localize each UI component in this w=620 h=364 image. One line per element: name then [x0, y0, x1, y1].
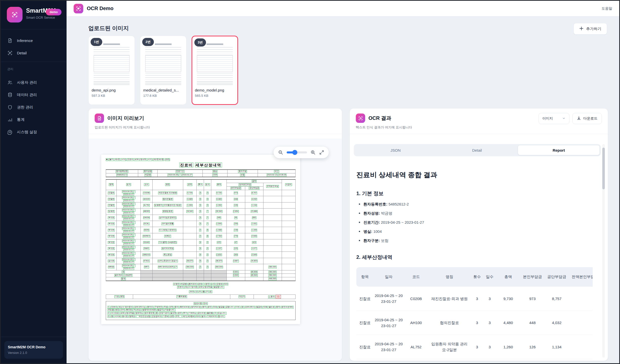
scrollbar-thumb[interactable]: [602, 148, 605, 189]
sidebar-item-권한-관리[interactable]: 권한 관리: [4, 101, 63, 113]
report-col-header: 공단부담금: [545, 267, 569, 287]
shield-icon: [7, 105, 13, 110]
download-button[interactable]: 다운로드: [572, 113, 602, 124]
report-col-header: 전액본인부담: [569, 267, 593, 287]
sidebar-item-label: Detail: [17, 51, 27, 55]
sidebar-menu-admin: 사용자 관리데이터 관리권한 관리통계시스템 설정: [1, 73, 67, 139]
report-section2-title: 2. 세부산정내역: [356, 254, 593, 261]
zoom-slider-knob[interactable]: [292, 150, 297, 155]
ocr-result-subtitle: 텍스트 인식 결과가 여기에 표시됩니다: [356, 125, 602, 130]
doc-patient-info-table: 환자등록번호환자성명진료기간병실환자구분비고54852612-2박금명2019-…: [106, 169, 296, 177]
uploaded-images-list: 1번demo_api.png597.3 KB2번medical_detailed…: [88, 36, 238, 105]
doc-detail-table: 항목일자코드명칭금액횟수일수총액급여비급여일부본인부담전액본인부담본인부담금공단…: [106, 179, 296, 281]
report-col-header: 횟수: [471, 267, 483, 287]
doc-form-note: ■ [별지 제1호 서식] 진료비 세부산정내역 서식 (제2호제1항 관련): [106, 158, 296, 161]
app-window: SmartM2M Smart OCR Service demo Inferenc…: [0, 0, 620, 364]
report-table-row: 입원료2019-04-25 ~ 2023-01-27AB300병원입원료3726…: [356, 359, 593, 361]
doc-title: 진료비 세부산정내역: [106, 163, 296, 168]
image-filesize: 597.3 KB: [92, 94, 132, 98]
sidebar-item-detail[interactable]: Detail: [4, 47, 63, 59]
image-number-badge: 2번: [142, 38, 154, 46]
version-card-version: Version 2.1.0: [8, 351, 59, 355]
image-filesize: 177.6 KB: [143, 94, 183, 98]
uploaded-image-card[interactable]: 1번demo_api.png597.3 KB: [88, 36, 135, 105]
document-icon: [7, 38, 13, 43]
tab-json[interactable]: JSON: [355, 145, 436, 155]
report-title: 진료비 상세내역 종합 결과: [356, 170, 593, 179]
tab-report[interactable]: Report: [518, 145, 600, 155]
basic-info-item: 병실: 1004: [358, 229, 593, 234]
basic-info-item: 환자구분: 보험: [358, 238, 593, 243]
sidebar-item-inference[interactable]: Inference: [4, 34, 63, 47]
smartm2m-logo-icon: [7, 7, 23, 22]
page-title: OCR Demo: [87, 6, 114, 11]
sidebar-menu-main: InferenceDetail: [1, 31, 67, 60]
doc-notice-box: 일반사항 안내1. 진료비 계산서·영수증의 세부내역서는 환자의 구체적인 처…: [106, 301, 296, 320]
top-bar: OCR Demo 도움말: [67, 1, 619, 16]
preview-title: 이미지 미리보기: [107, 115, 144, 122]
chart-icon: [7, 117, 13, 122]
result-tabs: JSONDetailReport: [354, 144, 601, 156]
doc-date-line: 2023 년 01 월 27 일: [106, 290, 296, 293]
image-filename: medical_detailed_s...: [143, 88, 183, 92]
zoom-in-icon[interactable]: [311, 150, 316, 155]
sidebar-item-사용자-관리[interactable]: 사용자 관리: [4, 76, 63, 89]
add-image-button[interactable]: 추가하기: [573, 23, 607, 35]
report-col-header: 명칭: [428, 267, 471, 287]
brand: SmartM2M Smart OCR Service demo: [1, 1, 67, 28]
tab-detail[interactable]: Detail: [436, 145, 518, 155]
sidebar-item-통계[interactable]: 통계: [4, 113, 63, 126]
basic-info-item: 진료기간: 2019-04-25 ~ 2023-01-27: [358, 220, 593, 225]
sidebar-item-label: 사용자 관리: [17, 80, 37, 85]
sidebar-item-label: 통계: [17, 117, 25, 122]
preview-icon: [95, 113, 104, 123]
ocr-panel-header: OCR 결과 텍스트 인식 결과가 여기에 표시됩니다 이미지 다운로드: [350, 108, 608, 134]
doc-stamp: (인): [276, 295, 281, 299]
help-link[interactable]: 도움말: [602, 6, 612, 11]
uploaded-image-card[interactable]: 3번demo_model.png565.5 KB: [192, 36, 238, 105]
uploads-heading: 업로드된 이미지: [88, 25, 129, 32]
sidebar-item-label: 데이터 관리: [17, 93, 37, 97]
ocr-result-title: OCR 결과: [368, 115, 391, 122]
report-col-header: 코드: [404, 267, 428, 287]
uploaded-image-card[interactable]: 2번medical_detailed_s...177.6 KB: [140, 36, 187, 105]
main-content: 업로드된 이미지 추가하기 1번demo_api.png597.3 KB2번me…: [67, 16, 619, 363]
brand-subtitle: Smart OCR Service: [26, 15, 56, 20]
report-content: 진료비 상세내역 종합 결과1. 기본 정보환자등록번호: 54852612-2…: [356, 156, 593, 361]
report-col-header: 일자: [374, 267, 404, 287]
chevron-down-icon: [562, 117, 566, 121]
image-filename: demo_api.png: [92, 88, 132, 92]
image-filename: demo_model.png: [195, 88, 235, 92]
gear-icon: [7, 129, 13, 135]
ocr-result-panel: OCR 결과 텍스트 인식 결과가 여기에 표시됩니다 이미지 다운로드 JSO…: [349, 108, 608, 361]
sidebar-item-시스템-설정[interactable]: 시스템 설정: [4, 126, 63, 138]
document-preview[interactable]: ■ [별지 제1호 서식] 진료비 세부산정내역 서식 (제2호제1항 관련)진…: [101, 155, 300, 324]
demo-badge: demo: [46, 9, 61, 15]
report-table-row: 진찰료2019-04-25 ~ 2023-01-27C020B재진진찰료-외과 …: [356, 287, 593, 311]
sidebar-item-데이터-관리[interactable]: 데이터 관리: [4, 89, 63, 101]
zoom-out-icon[interactable]: [278, 150, 283, 155]
image-filesize: 565.5 KB: [195, 94, 235, 98]
image-preview-panel: 이미지 미리보기 업로드된 이미지가 여기에 표시됩니다 ■ [별지 제1호 서…: [88, 108, 342, 361]
report-col-header: 일수: [483, 267, 496, 287]
database-icon: [7, 92, 13, 98]
scan-icon: [7, 50, 13, 56]
expand-icon[interactable]: [319, 150, 324, 155]
sidebar-item-label: 시스템 설정: [17, 130, 37, 134]
basic-info-item: 환자성명: 박금명: [358, 211, 593, 216]
zoom-toolbar: [274, 147, 329, 158]
sidebar: SmartM2M Smart OCR Service demo Inferenc…: [1, 1, 67, 363]
sidebar-item-label: Inference: [17, 38, 33, 43]
report-col-header: 항목: [356, 267, 374, 287]
preview-subtitle: 업로드된 이미지가 여기에 표시됩니다: [95, 125, 336, 130]
basic-info-item: 환자등록번호: 54852612-2: [358, 202, 593, 207]
sidebar-divider: [1, 62, 67, 62]
format-select[interactable]: 이미지: [539, 113, 569, 124]
preview-viewport: ■ [별지 제1호 서식] 진료비 세부산정내역 서식 (제2호제1항 관련)진…: [89, 139, 342, 361]
users-icon: [7, 80, 13, 85]
image-number-badge: 1번: [91, 38, 102, 46]
zoom-slider[interactable]: [287, 151, 307, 153]
doc-signature-line: 신청인 박금명 (환자와의 관계 : 본인 ) 의 요청에 따라: [106, 283, 296, 286]
download-icon: [577, 116, 581, 121]
plus-icon: [579, 26, 584, 31]
